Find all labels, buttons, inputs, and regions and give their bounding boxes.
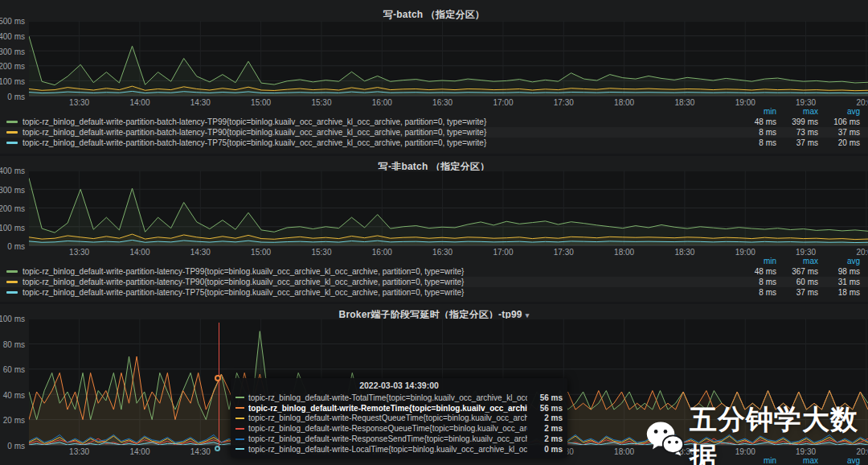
x-tick-label: 18:30: [674, 98, 694, 107]
y-tick-label: 400 ms: [0, 167, 25, 175]
series-color-dash-icon: [6, 281, 18, 283]
stat-min-value: 8 ms: [743, 278, 784, 286]
chart-svg: [29, 21, 868, 96]
legend-series-label[interactable]: topic-rz_binlog_default-write-partition-…: [23, 288, 743, 297]
y-tick-label: 100 ms: [0, 315, 25, 323]
series-color-dash-icon: [6, 142, 18, 144]
stat-min-value: 8 ms: [743, 138, 784, 147]
x-tick-label: 16:00: [372, 248, 392, 257]
panel-title[interactable]: Broker端子阶段写延时（指定分区）-tp99▾: [0, 304, 868, 319]
y-tick-label: 300 ms: [0, 185, 25, 194]
legend-series-label[interactable]: topic-rz_binlog_default-write-partition-…: [23, 117, 743, 126]
x-tick-label: 13:30: [69, 248, 89, 257]
stat-min-value: 48 ms: [743, 267, 784, 276]
x-tick-label: 15:00: [251, 98, 271, 107]
stat-max-value: 73 ms: [784, 128, 826, 137]
x-tick-label: 18:00: [614, 98, 634, 107]
x-tick-label: 14:30: [190, 98, 211, 107]
series-color-dash-icon: [6, 291, 18, 294]
stat-max-value: 37 ms: [784, 288, 826, 297]
stat-max-header[interactable]: max: [784, 257, 826, 266]
legend-row[interactable]: topic-rz_binlog_default-write-partition-…: [0, 277, 868, 287]
legend-row[interactable]: topic-rz_binlog_default-write-partition-…: [0, 266, 868, 277]
x-tick-label: 19:30: [796, 248, 816, 257]
legend-series-label[interactable]: topic-rz_binlog_default-write-partition-…: [23, 138, 743, 147]
stat-min-header[interactable]: min: [743, 107, 784, 117]
x-tick-label: 14:00: [129, 98, 149, 107]
legend: minmaxavgtopic-rz_binlog_default-write-p…: [0, 107, 868, 148]
y-tick-label: 40 ms: [3, 390, 25, 399]
legend-series-label[interactable]: topic-rz_binlog_default-write-partition-…: [23, 278, 743, 286]
stat-max-value: 399 ms: [784, 117, 826, 126]
x-tick-label: 20:00: [856, 248, 868, 257]
x-axis: 13:3014:0014:3015:0015:3016:0016:3017:00…: [0, 246, 868, 257]
x-tick-label: 15:30: [311, 447, 331, 456]
legend-row[interactable]: topic-rz_binlog_default-write-partition-…: [0, 117, 868, 127]
x-tick-label: 17:30: [554, 447, 574, 456]
legend-row[interactable]: topic-rz_binlog_default-write-partition-…: [0, 127, 868, 138]
y-tick-label: 20 ms: [3, 416, 25, 425]
x-tick-label: 18:30: [674, 248, 694, 257]
legend-series-label[interactable]: topic-rz_binlog_default-write-partition-…: [23, 267, 743, 276]
y-tick-label: 60 ms: [3, 365, 25, 374]
watermark-text: 五分钟学大数据: [690, 401, 868, 465]
series-color-dash-icon: [6, 270, 18, 273]
stat-max-value: 60 ms: [784, 278, 826, 286]
y-tick-label: 80 ms: [3, 339, 25, 348]
x-tick-label: 19:00: [735, 248, 755, 257]
x-tick-label: 16:00: [372, 98, 392, 107]
y-tick-label: 400 ms: [0, 31, 25, 40]
panel-write-nonbatch: 写-非batch （指定分区） 400 ms300 ms200 ms100 ms…: [0, 156, 868, 302]
y-axis: 500 ms400 ms300 ms200 ms100 ms0 ms: [0, 21, 29, 97]
stat-min-value: 8 ms: [743, 128, 784, 137]
x-tick-label: 14:00: [129, 248, 149, 257]
stat-min-value: 48 ms: [743, 117, 784, 126]
legend-row[interactable]: topic-rz_binlog_default-write-partition-…: [0, 138, 868, 148]
x-tick-label: 16:30: [432, 248, 452, 257]
legend-header: minmaxavg: [0, 257, 868, 266]
series-color-dash-icon: [6, 121, 18, 123]
x-tick-label: 16:00: [372, 447, 392, 456]
x-tick-label: 13:30: [69, 98, 89, 107]
chart-svg: [29, 171, 868, 245]
x-tick-label: 15:00: [251, 248, 271, 257]
stat-avg-value: 98 ms: [826, 267, 868, 276]
y-tick-label: 300 ms: [0, 47, 25, 56]
x-tick-label: 16:30: [432, 447, 452, 456]
stat-min-header[interactable]: min: [743, 257, 784, 266]
chart-plot-write-batch[interactable]: [29, 21, 868, 97]
x-tick-label: 20:00: [856, 98, 868, 107]
stat-avg-value: 20 ms: [826, 138, 868, 147]
x-tick-label: 16:30: [432, 98, 452, 107]
y-tick-label: 500 ms: [0, 17, 25, 26]
x-tick-label: 14:30: [190, 447, 211, 456]
x-tick-label: 14:00: [129, 447, 149, 456]
panel-title[interactable]: 写-非batch （指定分区）: [0, 156, 868, 171]
legend-row[interactable]: topic-rz_binlog_default-write-partition-…: [0, 287, 868, 298]
hover-point: [215, 375, 221, 381]
x-tick-label: 13:30: [69, 447, 89, 456]
x-tick-label: 14:30: [190, 248, 211, 257]
x-tick-label: 15:30: [311, 248, 331, 257]
y-tick-label: 100 ms: [0, 223, 25, 232]
wechat-icon: [645, 417, 685, 460]
x-tick-label: 18:00: [614, 248, 634, 257]
stat-min-value: 8 ms: [743, 288, 784, 297]
legend-series-label[interactable]: topic-rz_binlog_default-write-partition-…: [23, 128, 743, 137]
x-tick-label: 17:00: [493, 447, 513, 456]
y-axis: 400 ms300 ms200 ms100 ms0 ms: [0, 171, 29, 246]
panel-title[interactable]: 写-batch （指定分区）: [0, 0, 868, 21]
y-tick-label: 100 ms: [0, 77, 25, 86]
stat-avg-value: 37 ms: [826, 128, 868, 137]
chart-plot-write-nonbatch[interactable]: [29, 171, 868, 246]
stat-avg-value: 106 ms: [826, 117, 868, 126]
panel-write-batch: 写-batch （指定分区） 500 ms400 ms300 ms200 ms1…: [0, 0, 868, 154]
stat-avg-header[interactable]: avg: [826, 257, 868, 266]
y-axis: 100 ms80 ms60 ms40 ms20 ms0 ms: [0, 319, 29, 446]
x-tick-label: 17:00: [493, 248, 513, 257]
stat-avg-header[interactable]: avg: [826, 107, 868, 117]
stat-max-value: 37 ms: [784, 138, 826, 147]
stat-avg-value: 31 ms: [826, 278, 868, 286]
x-tick-label: 15:00: [251, 447, 271, 456]
stat-max-header[interactable]: max: [784, 107, 826, 117]
